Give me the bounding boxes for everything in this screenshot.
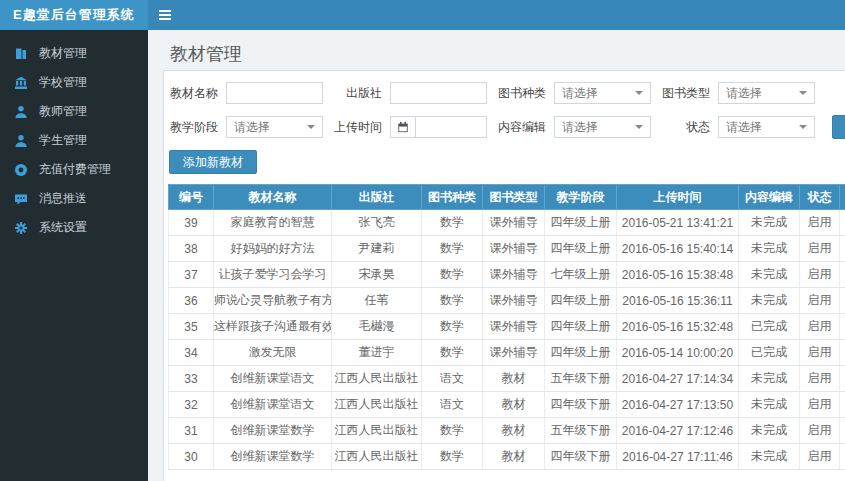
table-cell: 启用 [800,366,840,392]
table-cell: 课外辅导 [483,288,545,314]
table-row: 34激发无限董进宇数学课外辅导四年级上册2016-05-14 10:00:20已… [169,340,845,366]
table-cell: 课外辅导 [483,236,545,262]
action-cell [840,340,845,366]
table-cell: 教材 [483,366,545,392]
table-cell: 未完成 [739,392,800,418]
hamburger-menu-icon[interactable] [159,10,171,20]
filter-label: 出版社 [332,85,382,102]
filter-label: 内容编辑 [496,119,546,136]
filter-group-material-name: 教材名称 [168,82,323,104]
table-cell: 四年级上册 [545,210,617,236]
filter-label: 图书类型 [660,85,710,102]
table-cell: 四年级上册 [545,288,617,314]
column-header: 上传时间 [617,185,739,210]
table-cell: 四年级上册 [545,340,617,366]
table-cell: 数学 [422,210,483,236]
column-header: 状态 [800,185,840,210]
table-cell: 课外辅导 [483,262,545,288]
table-cell: 未完成 [739,418,800,444]
book-category-select[interactable]: 请选择 [554,82,651,104]
table-cell: 2016-05-16 15:38:48 [617,262,739,288]
sidebar-item-material-management[interactable]: 教材管理 [0,39,148,68]
sidebar-item-teacher-management[interactable]: 教师管理 [0,97,148,126]
filter-group-content-editor: 内容编辑请选择 [496,116,651,138]
status-select[interactable]: 请选择 [718,116,815,138]
sidebar-item-payment-management[interactable]: 充值付费管理 [0,155,148,184]
table-cell: 师说心灵导航教子有方 [214,288,332,314]
sidebar-item-school-management[interactable]: 学校管理 [0,68,148,97]
publisher-input[interactable] [390,82,487,104]
book-type-select[interactable]: 请选择 [718,82,815,104]
upload-time-input[interactable] [415,116,487,138]
table-cell: 激发无限 [214,340,332,366]
column-header: 出版社 [332,185,422,210]
material-name-input[interactable] [226,82,323,104]
table-cell: 2016-05-16 15:32:48 [617,314,739,340]
table-cell: 好妈妈的好方法 [214,236,332,262]
table-cell: 江西人民出版社 [332,392,422,418]
message-icon [14,192,28,206]
main-content: 教材管理 教材名称出版社图书种类请选择图书类型请选择 教学阶段请选择上传时间内容… [148,30,845,481]
top-header: E趣堂后台管理系统 [0,0,845,30]
materials-table: 编号教材名称出版社图书种类图书类型教学阶段上传时间内容编辑状态 39家庭教育的智… [168,184,845,470]
table-cell: 课外辅导 [483,210,545,236]
action-cell [840,366,845,392]
select-value: 请选择 [562,119,598,136]
table-cell: 董进宇 [332,340,422,366]
sidebar-item-message-push[interactable]: 消息推送 [0,184,148,213]
table-cell: 课外辅导 [483,340,545,366]
table-row: 35这样跟孩子沟通最有效毛樾漫数学课外辅导四年级上册2016-05-16 15:… [169,314,845,340]
select-value: 请选择 [726,119,762,136]
table-cell: 毛樾漫 [332,314,422,340]
table-cell: 数学 [422,340,483,366]
caret-down-icon [307,125,315,129]
filter-group-status: 状态请选择 [660,116,815,138]
sidebar-item-student-management[interactable]: 学生管理 [0,126,148,155]
table-cell: 启用 [800,288,840,314]
table-cell: 数学 [422,262,483,288]
table-cell: 启用 [800,236,840,262]
table-cell: 宋承昊 [332,262,422,288]
table-cell: 已完成 [739,314,800,340]
filter-group-teaching-stage: 教学阶段请选择 [168,116,323,138]
teaching-stage-select[interactable]: 请选择 [226,116,323,138]
table-cell: 四年级下册 [545,392,617,418]
sidebar: 教材管理学校管理教师管理学生管理充值付费管理消息推送系统设置 [0,30,148,481]
table-cell: 启用 [800,210,840,236]
content-editor-select[interactable]: 请选择 [554,116,651,138]
select-value: 请选择 [726,85,762,102]
table-cell: 创维新课堂数学 [214,444,332,470]
table-cell: 张飞亮 [332,210,422,236]
table-cell: 31 [169,418,214,444]
table-cell: 江西人民出版社 [332,366,422,392]
table-cell: 34 [169,340,214,366]
table-cell: 尹建莉 [332,236,422,262]
search-button[interactable]: 搜索 [832,115,845,139]
table-row: 39家庭教育的智慧张飞亮数学课外辅导四年级上册2016-05-21 13:41:… [169,210,845,236]
gear-icon [14,221,28,235]
sidebar-item-system-settings[interactable]: 系统设置 [0,213,148,242]
table-cell: 数学 [422,418,483,444]
school-icon [14,76,28,90]
table-cell: 未完成 [739,262,800,288]
action-cell [840,314,845,340]
table-cell: 任苇 [332,288,422,314]
table-cell: 江西人民出版社 [332,418,422,444]
table-cell: 未完成 [739,444,800,470]
calendar-icon [397,121,409,133]
action-cell [840,444,845,470]
table-cell: 30 [169,444,214,470]
table-cell: 数学 [422,288,483,314]
table-cell: 四年级上册 [545,314,617,340]
table-cell: 已完成 [739,340,800,366]
column-header: 教学阶段 [545,185,617,210]
sidebar-item-label: 充值付费管理 [39,161,111,178]
table-cell: 语文 [422,392,483,418]
table-cell: 36 [169,288,214,314]
table-cell: 启用 [800,340,840,366]
table-row: 32创维新课堂语文江西人民出版社语文教材四年级下册2016-04-27 17:1… [169,392,845,418]
table-cell: 2016-04-27 17:13:50 [617,392,739,418]
navbar [148,0,845,30]
add-material-button[interactable]: 添加新教材 [169,150,257,174]
table-cell: 教材 [483,392,545,418]
